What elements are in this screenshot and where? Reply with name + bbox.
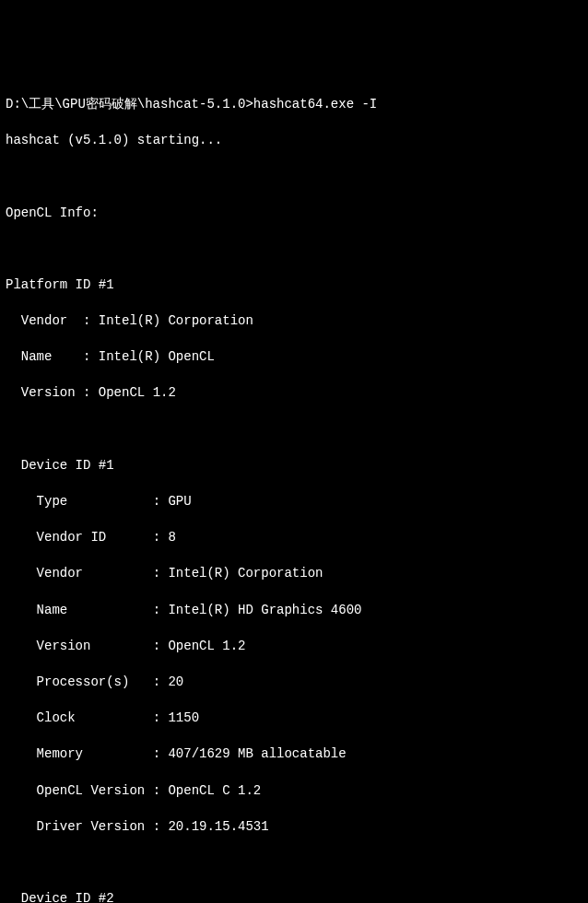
platform1-version: Version : OpenCL 1.2 (6, 384, 582, 403)
device1-version: Version : OpenCL 1.2 (6, 638, 582, 656)
device1-driver-version: Driver Version : 20.19.15.4531 (6, 818, 582, 837)
device1-vendor-id: Vendor ID : 8 (6, 529, 582, 547)
blank-line (6, 421, 582, 440)
blank-line (6, 854, 582, 873)
terminal-output[interactable]: D:\工具\GPU密码破解\hashcat-5.1.0>hashcat64.ex… (4, 76, 584, 903)
platform1-header: Platform ID #1 (6, 276, 582, 295)
device1-header: Device ID #1 (6, 457, 582, 475)
command-line: D:\工具\GPU密码破解\hashcat-5.1.0>hashcat64.ex… (6, 96, 582, 114)
device1-opencl-version: OpenCL Version : OpenCL C 1.2 (6, 782, 582, 801)
device1-vendor: Vendor : Intel(R) Corporation (6, 565, 582, 583)
device1-name: Name : Intel(R) HD Graphics 4600 (6, 602, 582, 620)
platform1-vendor: Vendor : Intel(R) Corporation (6, 312, 582, 331)
device2-header: Device ID #2 (6, 890, 582, 903)
opencl-info-header: OpenCL Info: (6, 205, 582, 223)
platform1-name: Name : Intel(R) OpenCL (6, 348, 582, 367)
device1-clock: Clock : 1150 (6, 710, 582, 728)
device1-processors: Processor(s) : 20 (6, 674, 582, 692)
device1-memory: Memory : 407/1629 MB allocatable (6, 745, 582, 764)
blank-line (6, 240, 582, 259)
device1-type: Type : GPU (6, 493, 582, 511)
starting-line: hashcat (v5.1.0) starting... (6, 132, 582, 150)
blank-line (6, 168, 582, 186)
